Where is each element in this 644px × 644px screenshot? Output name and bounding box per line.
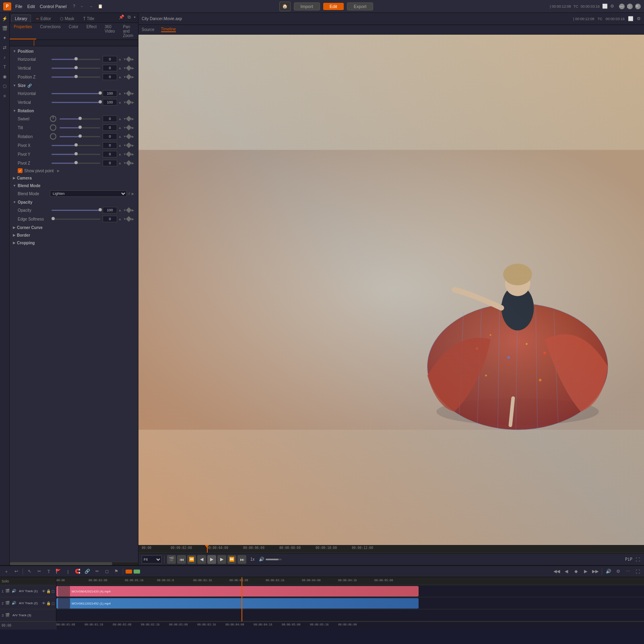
- track1-lock-icon[interactable]: 🔒: [46, 589, 51, 593]
- tl-expand-btn[interactable]: ⛶: [634, 568, 642, 576]
- panel-close-icon[interactable]: ▪: [134, 14, 136, 23]
- pivot-y-up[interactable]: ▲: [118, 152, 122, 156]
- sidebar-icon-properties[interactable]: ⚡: [1, 14, 9, 23]
- posz-up[interactable]: ▲: [118, 75, 122, 79]
- tl-marker-btn[interactable]: 🚩: [54, 568, 62, 576]
- copy-icon[interactable]: ⧉: [128, 14, 131, 23]
- horizontal-pos-up[interactable]: ▲: [118, 57, 122, 61]
- import-btn[interactable]: Import: [294, 2, 320, 10]
- tl-settings-btn[interactable]: ⚙: [614, 568, 622, 576]
- tl-cut-btn[interactable]: ✂: [35, 568, 43, 576]
- horizontal-pos-slider[interactable]: [52, 59, 100, 60]
- size-h-up[interactable]: ▲: [118, 91, 122, 95]
- tl-split-btn[interactable]: |: [64, 568, 72, 576]
- tl-add-kf-btn[interactable]: ◆: [572, 568, 580, 576]
- sidebar-icon-transitions[interactable]: ⇄: [1, 43, 9, 52]
- tl-next-edit-btn[interactable]: ▶: [582, 568, 590, 576]
- source-tab[interactable]: Source: [142, 27, 155, 32]
- track-content[interactable]: 00:00 00:00:02:08 00:00:05:16 00:00:01:8…: [56, 577, 644, 621]
- rotation-header[interactable]: ▼ Rotation: [11, 107, 136, 114]
- pivot-z-input[interactable]: 0: [103, 160, 117, 166]
- border-header[interactable]: ▶ Border: [11, 232, 136, 239]
- corner-curve-header[interactable]: ▶ Corner Curve: [11, 224, 136, 231]
- pivot-y-input[interactable]: 0: [103, 151, 117, 157]
- pivot-x-input[interactable]: 0: [103, 142, 117, 149]
- track1-collapse-icon[interactable]: ◻: [52, 589, 54, 593]
- close-btn[interactable]: ✕: [635, 4, 641, 9]
- tab-editor[interactable]: ✏ Editor: [33, 14, 55, 23]
- pivot-z-up[interactable]: ▲: [118, 161, 122, 165]
- blend-reset[interactable]: ↺: [127, 192, 131, 196]
- subtab-color[interactable]: Color: [65, 23, 83, 39]
- track2-eye-icon[interactable]: 👁: [42, 601, 45, 605]
- track1-clip[interactable]: MOV08042921420 (4).mp4: [56, 586, 419, 597]
- track2-clip[interactable]: MOV08112021452 (1).mp4: [56, 598, 419, 609]
- menu-control-panel[interactable]: Control Panel: [40, 4, 67, 9]
- size-header[interactable]: ▼ Size 🔗: [11, 82, 136, 89]
- rotation-up[interactable]: ▲: [118, 134, 122, 138]
- edge-softness-slider[interactable]: [52, 219, 100, 220]
- track2-lock-icon[interactable]: 🔒: [46, 601, 51, 605]
- swivel-dial[interactable]: [50, 116, 56, 122]
- subtab-panzoom[interactable]: Pan and Zoom: [119, 23, 137, 39]
- swivel-up[interactable]: ▲: [118, 117, 122, 121]
- show-pivot-more[interactable]: ▶: [56, 169, 60, 173]
- timeline-playhead[interactable]: [242, 577, 242, 621]
- step-fwd-btn[interactable]: ▶: [217, 555, 226, 564]
- out-marker-btn[interactable]: [134, 570, 140, 574]
- tl-undo-btn[interactable]: ↩: [12, 568, 20, 576]
- swivel-slider[interactable]: [60, 118, 100, 120]
- in-marker-btn[interactable]: [126, 570, 132, 574]
- fit-select[interactable]: Fit 100% 50%: [142, 555, 162, 564]
- pip-btn[interactable]: PiP: [625, 557, 632, 561]
- tilt-slider[interactable]: [60, 127, 100, 128]
- home-btn[interactable]: 🏠: [279, 2, 291, 11]
- edge-softness-input[interactable]: 0: [103, 216, 117, 222]
- fullscreen-icon[interactable]: ⛶: [636, 557, 640, 562]
- fast-fwd-btn[interactable]: ⏩: [227, 555, 236, 564]
- tl-audio-btn[interactable]: 🔊: [605, 568, 613, 576]
- posz-slider[interactable]: [52, 76, 100, 78]
- sidebar-icon-chapters[interactable]: ≡: [1, 92, 9, 100]
- vertical-pos-input[interactable]: 0: [103, 65, 117, 71]
- maximize-btn[interactable]: □: [627, 4, 633, 9]
- subtab-properties[interactable]: Properties: [10, 23, 36, 39]
- horizontal-pos-input[interactable]: 0: [103, 56, 117, 62]
- play-btn[interactable]: ▶: [207, 555, 216, 564]
- swivel-input[interactable]: 0: [103, 116, 117, 122]
- edit-btn[interactable]: Edit: [323, 3, 344, 10]
- rotation-slider[interactable]: [60, 136, 100, 137]
- vertical-pos-up[interactable]: ▲: [118, 66, 122, 70]
- tab-title[interactable]: T Title: [80, 14, 98, 23]
- edge-softness-up[interactable]: ▲: [118, 217, 122, 221]
- size-v-up[interactable]: ▲: [118, 100, 122, 104]
- tab-mask[interactable]: ⬡ Mask: [56, 14, 78, 23]
- subtab-effect[interactable]: Effect: [83, 23, 101, 39]
- sidebar-icon-media[interactable]: 🎬: [1, 24, 9, 32]
- cropping-header[interactable]: ▶ Cropping: [11, 239, 136, 246]
- timeline-tab[interactable]: Timeline: [161, 27, 176, 32]
- sidebar-icon-effects[interactable]: ✦: [1, 34, 9, 42]
- sidebar-icon-mask[interactable]: ⬡: [1, 82, 9, 90]
- pin-icon[interactable]: 📌: [119, 14, 124, 23]
- size-v-slider[interactable]: [52, 102, 100, 103]
- expand-icon[interactable]: ⬜: [602, 4, 608, 9]
- subtab-corrections[interactable]: Corrections: [36, 23, 65, 39]
- step-back-btn[interactable]: ⏪: [187, 555, 196, 564]
- settings-icon[interactable]: ⚙: [610, 4, 614, 9]
- pivot-x-slider[interactable]: [52, 145, 100, 146]
- opacity-up[interactable]: ▲: [118, 208, 122, 212]
- tl-shape-btn[interactable]: ◻: [103, 568, 111, 576]
- sidebar-icon-color[interactable]: ◉: [1, 72, 9, 80]
- blend-mode-header[interactable]: ▼ Blend Mode: [11, 182, 136, 189]
- size-h-input[interactable]: 100: [103, 90, 117, 97]
- tab-library[interactable]: Library: [11, 14, 31, 23]
- rotation-dial[interactable]: [50, 133, 56, 140]
- export-btn[interactable]: Export: [347, 2, 374, 10]
- tilt-input[interactable]: 0: [103, 124, 117, 131]
- pivot-x-up[interactable]: ▲: [118, 143, 122, 147]
- camera-header[interactable]: ▶ Camera: [11, 175, 136, 182]
- next-btn[interactable]: ⏭: [237, 555, 246, 564]
- minimize-btn[interactable]: —: [619, 4, 625, 9]
- tl-zoom-in-btn[interactable]: ▶▶: [591, 568, 599, 576]
